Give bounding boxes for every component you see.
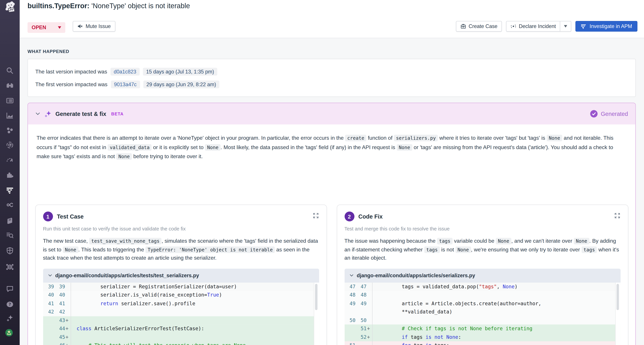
apm-trace-icon: [581, 24, 587, 29]
code-fix-header: 2 Code Fix: [344, 212, 620, 222]
datadog-logo[interactable]: [2, 1, 18, 16]
metrics-chart-icon[interactable]: [6, 112, 14, 119]
scrollbar-thumb[interactable]: [315, 284, 318, 310]
issue-toolbar: OPEN Mute Issue Create Case Declare Inci…: [28, 21, 638, 32]
code-scrollbar[interactable]: [314, 282, 319, 345]
first-version-commit[interactable]: 9013a47c: [111, 80, 140, 88]
last-version-label: The last version impacted was: [36, 68, 107, 75]
generated-status: Generated: [590, 110, 628, 118]
create-case-button[interactable]: Create Case: [456, 21, 502, 32]
first-version-time[interactable]: 29 days ago (Jun 29, 8:22 am): [143, 80, 219, 88]
org-avatar[interactable]: [5, 329, 14, 338]
beta-badge: BETA: [111, 111, 124, 116]
notebooks-icon[interactable]: [6, 217, 14, 225]
status-dropdown[interactable]: OPEN: [28, 22, 65, 33]
fix-cards-row: 1 Test Case Run this unit test case to v…: [35, 204, 628, 345]
fix-diff-rows: 4747 tags = validated_data.pop("tags", N…: [344, 282, 620, 345]
processes-hexagons-icon[interactable]: [6, 126, 14, 134]
performance-gauge-icon[interactable]: [6, 156, 14, 164]
apm-flame-graph-icon[interactable]: [6, 186, 14, 194]
integrations-puzzle-icon[interactable]: [6, 171, 14, 178]
ci-pipeline-icon[interactable]: [6, 202, 14, 209]
code-fix-subtitle: Test and merge this code fix to resolve …: [344, 226, 620, 232]
generated-label: Generated: [601, 110, 628, 117]
test-file-header[interactable]: django-email/conduit/apps/articles/tests…: [43, 268, 319, 282]
app-root: ? builtins.TypeError: 'NoneType' object …: [0, 0, 644, 345]
expand-icon[interactable]: [312, 212, 319, 220]
test-case-title: Test Case: [57, 213, 84, 220]
scrollbar-thumb[interactable]: [616, 284, 619, 310]
test-file-path: django-email/conduit/apps/articles/tests…: [55, 272, 199, 278]
investigate-apm-button[interactable]: Investigate in APM: [576, 21, 638, 32]
issue-main: WHAT HAPPENED The last version impacted …: [20, 38, 644, 345]
search-icon[interactable]: [6, 67, 14, 74]
status-badge: OPEN: [32, 25, 46, 30]
check-circle-icon: [590, 110, 598, 118]
error-message: 'NoneType' object is not iterable: [92, 2, 190, 10]
svg-text:?: ?: [9, 302, 11, 307]
fix-diff-viewer[interactable]: 4747 tags = validated_data.pop("tags", N…: [344, 282, 620, 345]
siren-icon: [510, 24, 516, 29]
last-version-commit[interactable]: d0a1c823: [110, 68, 140, 76]
last-version-time[interactable]: 15 days ago (Jul 13, 1:35 pm): [143, 68, 217, 76]
dashboards-icon[interactable]: [6, 97, 14, 104]
declare-incident-button[interactable]: Declare Incident: [506, 21, 560, 32]
expand-icon[interactable]: [614, 212, 620, 220]
chevron-down-icon[interactable]: [349, 274, 353, 277]
code-fix-card: 2 Code Fix Test and merge this code fix …: [336, 204, 628, 345]
mute-icon: [78, 24, 83, 29]
error-type: builtins.TypeError:: [28, 2, 90, 10]
what-happened-heading: WHAT HAPPENED: [28, 49, 69, 54]
chevron-down-icon[interactable]: [48, 274, 52, 277]
first-version-label: The first version impacted was: [36, 81, 108, 88]
issue-header: builtins.TypeError: 'NoneType' object is…: [20, 0, 644, 38]
monitors-radar-icon[interactable]: [6, 141, 14, 148]
generate-panel-title: Generate test & fix: [56, 110, 106, 117]
fix-file-path: django-email/conduit/apps/articles/seria…: [357, 272, 475, 278]
test-diff-rows: 3939 serializer = RegistrationSerializer…: [43, 282, 319, 345]
code-scrollbar[interactable]: [615, 282, 620, 345]
generate-test-fix-panel: Generate test & fix BETA Generated The e…: [28, 103, 636, 345]
chevron-down-icon: [58, 26, 61, 29]
test-case-description: The new test case, test_save_with_none_t…: [43, 237, 319, 262]
network-globe-icon[interactable]: [6, 263, 14, 271]
test-case-card: 1 Test Case Run this unit test case to v…: [35, 204, 327, 345]
code-fix-description: The issue was happening because the tags…: [344, 237, 620, 262]
chevron-down-icon: [564, 25, 568, 28]
security-shield-icon[interactable]: [6, 247, 14, 254]
mute-issue-button[interactable]: Mute Issue: [73, 21, 116, 32]
test-diff-viewer[interactable]: 3939 serializer = RegistrationSerializer…: [43, 282, 319, 345]
help-icon[interactable]: ?: [6, 301, 14, 308]
ai-sparkles-icon[interactable]: [6, 315, 14, 322]
fix-file-header[interactable]: django-email/conduit/apps/articles/seria…: [344, 268, 620, 282]
version-info-card: The last version impacted was d0a1c823 1…: [28, 59, 636, 97]
sparkle-icon: [44, 110, 51, 118]
declare-incident-group: Declare Incident: [506, 21, 572, 32]
test-case-header: 1 Test Case: [43, 212, 319, 222]
ai-error-description: The error indicates that there is an att…: [36, 134, 627, 161]
step-2-badge: 2: [344, 212, 354, 222]
feedback-chat-icon[interactable]: [6, 285, 14, 292]
log-explorer-icon[interactable]: [6, 232, 14, 239]
sidebar-nav: ?: [0, 0, 20, 345]
declare-incident-caret-button[interactable]: [560, 21, 572, 32]
last-version-row: The last version impacted was d0a1c823 1…: [36, 65, 628, 78]
chevron-down-icon[interactable]: [36, 112, 40, 116]
step-1-badge: 1: [43, 212, 53, 222]
test-case-subtitle: Run this unit test case to verify the is…: [43, 226, 319, 232]
page-title: builtins.TypeError: 'NoneType' object is…: [28, 2, 190, 10]
watchdog-binoculars-icon[interactable]: [6, 82, 14, 90]
generate-panel-header[interactable]: Generate test & fix BETA Generated: [28, 103, 636, 124]
first-version-row: The first version impacted was 9013a47c …: [36, 78, 628, 91]
case-icon: [460, 24, 466, 29]
code-fix-title: Code Fix: [358, 213, 383, 220]
